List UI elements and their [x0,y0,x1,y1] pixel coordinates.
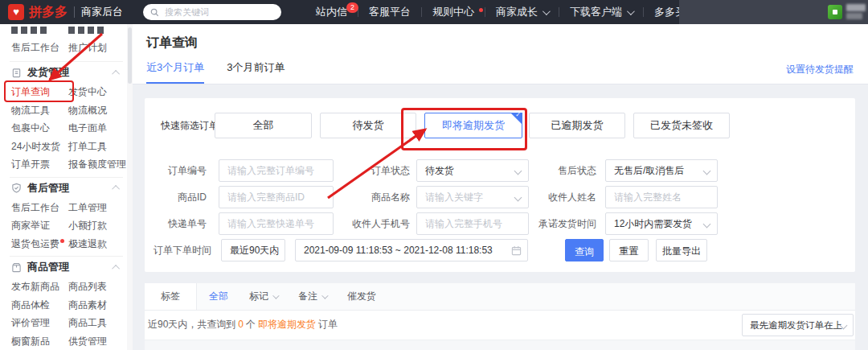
order-status-select[interactable]: 待发货 [416,159,529,182]
sidebar-item-return-freight[interactable]: 退货包运费 [11,235,68,253]
field-label-receiver-name: 收件人姓名 [516,186,596,208]
tag-filter-all[interactable]: 全部 [209,290,228,303]
tab-recent-3-months[interactable]: 近3个月订单 [146,60,204,84]
menu-label: 规则中心 [432,5,474,19]
brand-name[interactable]: 拼多多 [29,4,68,21]
sidebar-section-aftersale[interactable]: 售后管理 [0,178,133,199]
avatar[interactable] [828,5,842,19]
query-button[interactable]: 查询 [565,239,604,261]
reset-button[interactable]: 重置 [609,239,649,261]
clipped-menu-row [0,24,133,37]
select-value: 待发货 [425,165,454,176]
sort-order-select[interactable]: 最先逾期发货订单在上 [742,314,854,336]
order-time-range-select[interactable]: 最近90天内 [221,239,285,261]
search-icon [150,8,159,17]
sidebar-item-ship-center[interactable]: 发货中心 [68,83,133,101]
sidebar-item-24h-shipping[interactable]: 24小时发货 [11,138,68,156]
sidebar-item-goods-material[interactable]: 商品素材 [68,296,133,315]
sidebar-item-ticket-management[interactable]: 工单管理 [68,199,133,217]
receiver-phone-input[interactable] [416,212,529,235]
tag-filter-urge-ship[interactable]: 催发货 [347,290,376,303]
page-header: 订单查询 近3个月订单 3个月前订单 设置待发货提醒 [133,24,868,84]
check-icon [515,111,521,119]
set-ship-reminder-link[interactable]: 设置待发货提醒 [786,63,854,76]
sidebar: 售后工作台 推广计划 发货管理 订单查询 发货中心 物流工具 物流概况 包裹中心… [0,24,133,350]
quick-filter-upcoming-overdue[interactable]: 即将逾期发货 [424,113,522,138]
aftersale-status-select[interactable]: 无售后/取消售后 [605,159,718,182]
sidebar-item-publish-goods[interactable]: 发布新商品 [11,278,68,296]
receiver-name-input[interactable] [605,186,718,208]
chevron-up-icon [112,185,120,193]
date-range-picker[interactable]: 2021-09-09 11:18:53 ~ 2021-12-08 11:18:5… [295,239,528,261]
menu-item-service-platform[interactable]: 客服平台 [358,5,421,19]
select-placeholder: 请输入关键字 [425,191,483,203]
goods-name-select[interactable]: 请输入关键字 [416,186,529,208]
sidebar-item-promotion-plan[interactable]: 推广计划 [68,39,133,57]
quick-filter-overdue[interactable]: 已逾期发货 [529,113,625,138]
menu-label: 客服平台 [369,5,411,19]
quick-filter-all[interactable]: 全部 [215,113,312,138]
sidebar-item-goods-tools[interactable]: 商品工具 [68,314,133,332]
menu-item-merchant-growth[interactable]: 商家成长 [485,5,559,19]
quick-filter-shipped-unsigned[interactable]: 已发货未签收 [633,113,730,138]
tag-filter-remark[interactable]: 备注 [298,290,326,303]
select-value: 12小时内需要发货 [614,218,692,229]
sidebar-item-quota-management[interactable]: 报备额度管理 [68,155,133,174]
sidebar-item-goods-check[interactable]: 商品体检 [11,296,68,315]
sidebar-item-package-center[interactable]: 包裹中心 [11,119,68,138]
sidebar-section-shipping[interactable]: 发货管理 [0,62,133,83]
table-header-strip [145,340,855,350]
field-label-goods-id: 商品ID [145,186,207,208]
sidebar-item-fast-refund[interactable]: 极速退款 [68,235,133,253]
quick-filter-to-ship[interactable]: 待发货 [320,113,416,138]
sidebar-pinned-row: 售后工作台 推广计划 [0,37,133,58]
batch-export-button[interactable]: 批量导出 [656,239,707,261]
promise-time-select[interactable]: 12小时内需要发货 [605,212,718,235]
sidebar-item-supply-management[interactable]: 供货管理 [68,332,133,350]
sidebar-item-print-tools[interactable]: 打单工具 [68,138,133,156]
quick-filter-label: 即将逾期发货 [442,119,505,131]
sidebar-item-label: 退货包运费 [11,238,59,249]
calendar-icon [511,245,522,256]
summary-unit: 个 [246,319,256,330]
sidebar-item-order-invoice[interactable]: 订单开票 [11,155,68,174]
select-value: 最先逾期发货订单在上 [750,320,842,330]
search-input[interactable] [163,6,271,18]
tab-tags[interactable]: 标签 [145,283,197,310]
sidebar-section-items: 发布新商品 商品列表 商品体检 商品素材 评价管理 商品工具 橱窗新品 供货管理 [0,278,133,350]
pinduoduo-logo-icon[interactable]: ♥ [8,4,24,20]
sidebar-item-e-waybill[interactable]: 电子面单 [68,119,133,138]
menu-item-messages[interactable]: 站内信 2 [305,5,358,19]
sidebar-item-aftersale-workbench[interactable]: 售后工作台 [11,39,68,57]
filter-card: 快速筛选订单 全部 待发货 即将逾期发货 已逾期发货 已发货未签收 订单编号 订… [145,98,855,272]
date-range-value: 2021-09-09 11:18:53 ~ 2021-12-08 11:18:5… [304,245,493,256]
topbar-search[interactable] [143,4,281,20]
sidebar-item-review-management[interactable]: 评价管理 [11,314,68,332]
menu-label: 下载客户端 [570,5,622,19]
sidebar-item-merchant-evidence[interactable]: 商家举证 [11,216,68,235]
chevron-down-icon [321,292,328,299]
sidebar-item-order-query[interactable]: 订单查询 [11,83,68,101]
sidebar-scrollbar[interactable] [127,24,133,350]
order-no-input[interactable] [219,159,334,182]
menu-item-rules-center[interactable]: 规则中心 [422,5,485,19]
clipped-text [68,27,105,34]
section-title: 发货管理 [27,65,69,80]
sidebar-item-logistics-tools[interactable]: 物流工具 [11,101,68,120]
sidebar-item-aftersale-workbench2[interactable]: 售后工作台 [11,199,68,217]
scrollbar-thumb[interactable] [128,27,132,84]
tab-before-3-months[interactable]: 3个月前订单 [227,60,285,84]
sidebar-item-logistics-overview[interactable]: 物流概况 [68,101,133,120]
tag-filter-mark[interactable]: 标记 [249,290,277,303]
tag-filter-label: 标记 [249,290,268,303]
goods-id-input[interactable] [219,186,334,208]
result-summary: 近90天内，共查询到0个即将逾期发货订单 [148,318,338,331]
chevron-up-icon [112,69,120,77]
sidebar-item-showcase-new[interactable]: 橱窗新品 [11,332,68,350]
sidebar-item-goods-list[interactable]: 商品列表 [68,278,133,296]
sidebar-section-goods[interactable]: 商品管理 [0,257,133,278]
sidebar-item-small-payment[interactable]: 小额打款 [68,216,133,235]
menu-item-download-client[interactable]: 下载客户端 [559,5,643,19]
tracking-no-input[interactable] [219,212,334,235]
divider [74,6,75,18]
